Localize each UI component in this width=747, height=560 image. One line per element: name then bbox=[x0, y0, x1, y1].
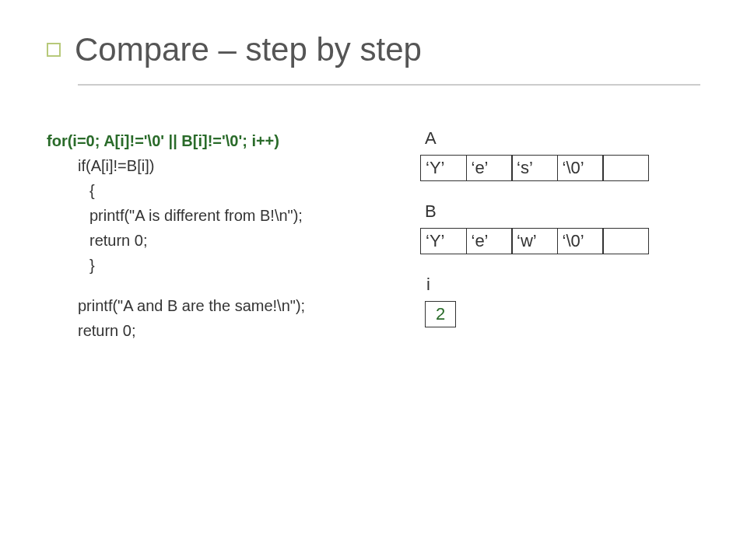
array-a-row: ‘Y’ ‘e’ ‘s’ ‘\0’ bbox=[420, 155, 700, 181]
code-block: for(i=0; A[i]!='\0' || B[i]!='\0'; i++) … bbox=[47, 128, 381, 343]
code-line-return2: return 0; bbox=[47, 318, 381, 343]
array-a-label: A bbox=[425, 128, 700, 149]
slide-title: Compare – step by step bbox=[75, 31, 422, 68]
code-line-close-brace: } bbox=[47, 253, 381, 278]
array-b-cell bbox=[602, 228, 649, 254]
code-line-if: if(A[i]!=B[i]) bbox=[47, 153, 381, 178]
array-b-cell: ‘w’ bbox=[511, 228, 558, 254]
code-line-return1: return 0; bbox=[47, 228, 381, 253]
array-b-label: B bbox=[425, 201, 700, 222]
slide: Compare – step by step for(i=0; A[i]!='\… bbox=[0, 0, 747, 560]
arrays-panel: A ‘Y’ ‘e’ ‘s’ ‘\0’ B ‘Y’ ‘e’ ‘w’ ‘\0’ i … bbox=[420, 128, 700, 327]
array-a-cell: ‘\0’ bbox=[557, 155, 604, 181]
bullet-icon bbox=[47, 43, 61, 57]
code-line-for: for(i=0; A[i]!='\0' || B[i]!='\0'; i++) bbox=[47, 128, 381, 153]
title-row: Compare – step by step bbox=[47, 31, 747, 68]
array-a-cell: ‘Y’ bbox=[420, 155, 467, 181]
array-b-cell: ‘Y’ bbox=[420, 228, 467, 254]
i-value-box: 2 bbox=[425, 301, 456, 327]
code-line-printf-same: printf("A and B are the same!\n"); bbox=[47, 293, 381, 318]
i-label: i bbox=[426, 275, 700, 295]
array-b-row: ‘Y’ ‘e’ ‘w’ ‘\0’ bbox=[420, 228, 700, 254]
code-line-printf-diff: printf("A is different from B!\n"); bbox=[47, 203, 381, 228]
slide-body: for(i=0; A[i]!='\0' || B[i]!='\0'; i++) … bbox=[0, 128, 747, 343]
array-a-cell bbox=[602, 155, 649, 181]
code-line-open-brace: { bbox=[47, 178, 381, 203]
array-a-cell: ‘s’ bbox=[511, 155, 558, 181]
array-a-cell: ‘e’ bbox=[466, 155, 513, 181]
array-b-cell: ‘\0’ bbox=[557, 228, 604, 254]
title-underline bbox=[78, 84, 700, 86]
array-b-cell: ‘e’ bbox=[466, 228, 513, 254]
